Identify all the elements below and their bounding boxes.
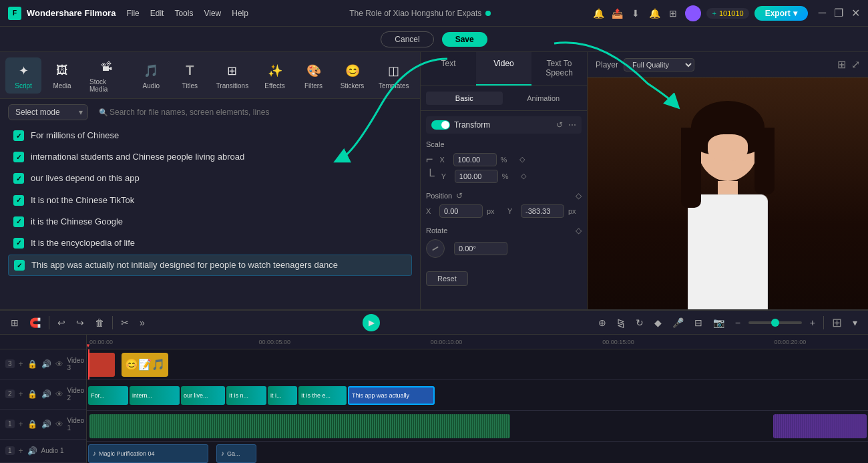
clip-v3-emoji[interactable]: 😊📝🎵 bbox=[122, 353, 168, 377]
script-item-highlighted[interactable]: ✓ This app was actually not initially de… bbox=[8, 255, 412, 276]
clip-v2-3[interactable]: our live... bbox=[181, 386, 225, 405]
maximize-button[interactable]: ❐ bbox=[834, 7, 843, 19]
video3-eye-icon[interactable]: 👁 bbox=[55, 359, 63, 369]
checkbox-1[interactable]: ✓ bbox=[13, 130, 24, 141]
video1-lock-icon[interactable]: 🔒 bbox=[27, 420, 37, 429]
magnet-button[interactable]: 🧲 bbox=[27, 316, 43, 329]
scale-y-lock-icon[interactable]: ◇ bbox=[521, 172, 526, 180]
loop-button[interactable]: ↻ bbox=[633, 316, 646, 329]
reset-icon[interactable]: ↺ bbox=[556, 120, 563, 130]
tool-effects[interactable]: ✨ Effects bbox=[257, 57, 293, 94]
export-button[interactable]: Export ▾ bbox=[754, 6, 808, 21]
clip-v2-6[interactable]: It is the e... bbox=[298, 386, 347, 405]
camera-button[interactable]: 📷 bbox=[710, 316, 727, 329]
rotate-lock-icon[interactable]: ◇ bbox=[576, 226, 582, 235]
delete-button[interactable]: 🗑 bbox=[92, 316, 107, 329]
pos-y-input[interactable] bbox=[521, 204, 564, 218]
script-item[interactable]: ✓ our lives depend on this app bbox=[8, 168, 412, 188]
tool-titles[interactable]: T Titles bbox=[172, 57, 208, 94]
tool-stickers[interactable]: 😊 Stickers bbox=[335, 57, 371, 94]
quality-select[interactable]: Full Quality bbox=[624, 58, 694, 71]
marker-button[interactable]: ◆ bbox=[652, 316, 664, 329]
video2-add-icon[interactable]: + bbox=[19, 390, 23, 399]
video2-eye-icon[interactable]: 👁 bbox=[55, 390, 63, 399]
music-clip-2[interactable]: ♪ Ga... bbox=[216, 444, 256, 463]
waveform-selected[interactable] bbox=[773, 414, 867, 438]
apps-icon[interactable]: ⊞ bbox=[666, 7, 680, 20]
rotate-input[interactable] bbox=[454, 242, 507, 255]
tab-text[interactable]: Text bbox=[421, 52, 476, 86]
clip-v2-selected[interactable]: This app was actually bbox=[348, 386, 435, 405]
video2-vol-icon[interactable]: 🔊 bbox=[41, 390, 51, 399]
share-icon[interactable]: 📤 bbox=[610, 7, 624, 20]
chevron-button[interactable]: ▾ bbox=[850, 316, 860, 329]
transform-toggle[interactable] bbox=[431, 120, 450, 130]
add-track-button[interactable]: ⊕ bbox=[596, 316, 609, 329]
zoom-slider[interactable] bbox=[748, 321, 802, 324]
trim-button[interactable]: ⧎ bbox=[614, 316, 628, 329]
checkbox-7[interactable]: ✓ bbox=[14, 260, 25, 271]
cut-button[interactable]: ✂ bbox=[118, 316, 132, 329]
tool-transitions[interactable]: ⊞ Transitions bbox=[210, 57, 254, 94]
save-button[interactable]: Save bbox=[442, 32, 487, 47]
video3-add-icon[interactable]: + bbox=[19, 359, 23, 369]
video3-vol-icon[interactable]: 🔊 bbox=[41, 359, 51, 369]
more-icon[interactable]: ⋯ bbox=[568, 120, 576, 130]
tool-audio[interactable]: 🎵 Audio bbox=[133, 57, 169, 94]
mic-button[interactable]: 🎤 bbox=[670, 316, 686, 329]
rotate-dial[interactable] bbox=[426, 239, 445, 258]
user-avatar[interactable] bbox=[685, 5, 701, 21]
video1-add-icon[interactable]: + bbox=[19, 420, 23, 429]
cancel-button[interactable]: Cancel bbox=[381, 31, 433, 47]
more-tools-button[interactable]: » bbox=[137, 316, 148, 329]
checkbox-6[interactable]: ✓ bbox=[13, 238, 24, 249]
audio1-add-icon[interactable]: + bbox=[19, 446, 23, 456]
clip-v3-1[interactable] bbox=[88, 353, 115, 377]
scale-x-lock-icon[interactable]: ◇ bbox=[519, 155, 525, 164]
scale-y-input[interactable] bbox=[455, 170, 498, 183]
undo-button[interactable]: ↩ bbox=[55, 316, 68, 329]
tab-video[interactable]: Video bbox=[476, 52, 531, 86]
minus-zoom-button[interactable]: − bbox=[732, 316, 743, 329]
close-button[interactable]: ✕ bbox=[851, 7, 860, 19]
subtab-animation[interactable]: Animation bbox=[505, 92, 582, 105]
download-icon[interactable]: ⬇ bbox=[629, 7, 642, 20]
timeline-play-button[interactable]: ▶ bbox=[363, 314, 380, 331]
position-reset-icon[interactable]: ↺ bbox=[456, 191, 463, 200]
menu-file[interactable]: File bbox=[126, 9, 139, 18]
plus-zoom-button[interactable]: + bbox=[807, 316, 818, 329]
script-item[interactable]: ✓ It is the encyclopedia of life bbox=[8, 233, 412, 253]
subtab-basic[interactable]: Basic bbox=[426, 92, 503, 105]
tool-templates[interactable]: ◫ Templates bbox=[373, 57, 415, 94]
checkbox-3[interactable]: ✓ bbox=[13, 173, 24, 184]
video1-vol-icon[interactable]: 🔊 bbox=[41, 420, 51, 429]
clip-v2-1[interactable]: For... bbox=[88, 386, 128, 405]
script-item[interactable]: ✓ it is the Chinese Google bbox=[8, 212, 412, 232]
scale-x-input[interactable] bbox=[453, 153, 497, 166]
fullscreen-icon[interactable]: ⤢ bbox=[851, 58, 860, 71]
video1-eye-icon[interactable]: 👁 bbox=[55, 420, 63, 429]
waveform-v1[interactable] bbox=[89, 414, 510, 438]
clip-v2-4[interactable]: It is n... bbox=[226, 386, 266, 405]
search-input[interactable] bbox=[93, 105, 412, 120]
minimize-button[interactable]: ─ bbox=[819, 7, 826, 19]
script-item[interactable]: ✓ It is not the Chinese TikTok bbox=[8, 190, 412, 210]
video3-lock-icon[interactable]: 🔒 bbox=[27, 359, 37, 369]
grid-view-icon[interactable]: ⊞ bbox=[837, 58, 846, 71]
checkbox-2[interactable]: ✓ bbox=[13, 152, 24, 162]
alert-icon[interactable]: 🔔 bbox=[648, 7, 661, 20]
merge-button[interactable]: ⊟ bbox=[692, 316, 705, 329]
grid-button[interactable]: ⊞ bbox=[829, 314, 845, 331]
script-item[interactable]: ✓ For millions of Chinese bbox=[8, 126, 412, 146]
mode-select[interactable]: Select mode bbox=[8, 104, 88, 120]
tool-filters[interactable]: 🎨 Filters bbox=[296, 57, 332, 94]
clip-v2-5[interactable]: it i... bbox=[268, 386, 297, 405]
pos-x-input[interactable] bbox=[439, 204, 483, 218]
reset-button[interactable]: Reset bbox=[426, 271, 468, 286]
menu-help[interactable]: Help bbox=[232, 9, 248, 18]
split-view-button[interactable]: ⊞ bbox=[8, 316, 21, 329]
zoom-thumb[interactable] bbox=[771, 319, 779, 327]
tool-media[interactable]: 🖼 Media bbox=[44, 57, 80, 94]
video2-lock-icon[interactable]: 🔒 bbox=[27, 390, 37, 399]
position-lock-icon[interactable]: ◇ bbox=[576, 191, 582, 200]
